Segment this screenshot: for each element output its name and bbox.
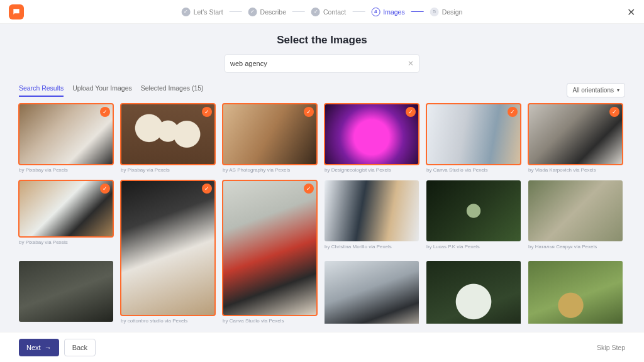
selected-badge-icon: ✓ [609, 107, 619, 117]
filter-label: All orientations [572, 87, 614, 94]
check-icon [311, 8, 320, 16]
chevron-down-icon: ▾ [617, 87, 619, 93]
image-card[interactable]: ✓ by Canva Studio via Pexels [426, 104, 521, 173]
step-lets-start[interactable]: Let's Start [182, 8, 223, 16]
image-grid: ✓ by Pixabay via Pexels ✓ by Pixabay via… [19, 104, 625, 324]
image-card[interactable]: ✓ by Canva Studio via Pexels [223, 180, 317, 324]
step-separator [411, 11, 424, 12]
image-card[interactable] [426, 261, 521, 324]
image-credit: by Canva Studio via Pexels [223, 318, 317, 324]
step-label: Let's Start [194, 8, 223, 16]
tabs-row: Search Results Upload Your Images Select… [0, 83, 644, 97]
step-images[interactable]: 4Images [371, 8, 404, 16]
skip-step-link[interactable]: Skip Step [597, 344, 625, 351]
selected-badge-icon: ✓ [304, 184, 314, 194]
image-card[interactable]: ✓ by Designecologist via Pexels [325, 104, 419, 173]
back-button[interactable]: Back [64, 339, 96, 356]
selected-badge-icon: ✓ [202, 107, 212, 117]
stepper: Let's Start Describe Contact 4Images 5De… [182, 8, 463, 16]
gallery: ✓ by Pixabay via Pexels ✓ by Pixabay via… [0, 97, 644, 324]
image-card[interactable] [325, 261, 419, 324]
tab-upload[interactable]: Upload Your Images [72, 84, 132, 97]
image-card[interactable]: by Christina Morillo via Pexels [325, 180, 419, 250]
step-contact[interactable]: Contact [311, 8, 346, 16]
chat-icon [12, 8, 21, 16]
step-number: 4 [371, 8, 380, 16]
button-label: Next [26, 344, 41, 351]
selected-badge-icon: ✓ [202, 184, 212, 194]
tab-selected[interactable]: Selected Images (15) [141, 84, 204, 97]
step-separator [230, 11, 242, 12]
tabs: Search Results Upload Your Images Select… [19, 84, 204, 97]
page-title: Select the Images [0, 34, 644, 47]
selected-badge-icon: ✓ [508, 107, 518, 117]
check-icon [248, 8, 257, 16]
image-card[interactable] [528, 261, 623, 324]
image-card[interactable]: ✓ by Pixabay via Pexels [19, 104, 113, 173]
step-label: Design [442, 8, 463, 16]
selected-badge-icon: ✓ [100, 184, 110, 194]
image-card[interactable]: ✓ by Pixabay via Pexels [121, 104, 215, 173]
step-describe[interactable]: Describe [248, 8, 286, 16]
arrow-right-icon: → [45, 344, 52, 351]
image-credit: by Canva Studio via Pexels [426, 167, 521, 173]
image-credit: by Pixabay via Pexels [19, 167, 113, 173]
image-card[interactable]: by Magda Ehlers via Pexels [19, 261, 113, 324]
image-credit: by Наталья Севрук via Pexels [528, 244, 623, 250]
image-credit: by Christina Morillo via Pexels [325, 244, 419, 250]
check-icon [182, 8, 191, 16]
image-card[interactable]: ✓ by Pixabay via Pexels [19, 180, 113, 245]
image-credit: by Designecologist via Pexels [325, 167, 419, 173]
image-card[interactable]: ✓ by Vlada Karpovich via Pexels [528, 104, 623, 173]
step-number: 5 [430, 8, 439, 16]
brand-logo[interactable] [9, 4, 24, 19]
step-design[interactable]: 5Design [430, 8, 463, 16]
image-credit: by Pixabay via Pexels [19, 239, 113, 245]
image-card[interactable]: by Наталья Севрук via Pexels [528, 180, 623, 250]
selected-badge-icon: ✓ [100, 107, 110, 117]
image-credit: by cottonbro studio via Pexels [121, 318, 215, 324]
step-label: Contact [323, 8, 346, 16]
search-box[interactable]: ✕ [225, 54, 419, 73]
step-separator [292, 11, 305, 12]
footer: Next→ Back Skip Step [0, 332, 644, 362]
close-icon[interactable]: ✕ [627, 6, 635, 18]
selected-badge-icon: ✓ [304, 107, 314, 117]
selected-badge-icon: ✓ [406, 107, 416, 117]
clear-icon[interactable]: ✕ [408, 59, 414, 68]
image-card[interactable]: ✓ by cottonbro studio via Pexels [121, 180, 215, 324]
image-card[interactable]: ✓ by AS Photography via Pexels [223, 104, 317, 173]
step-label: Images [383, 8, 404, 16]
step-label: Describe [260, 8, 286, 16]
search-wrap: ✕ [0, 54, 644, 73]
image-credit: by AS Photography via Pexels [223, 167, 317, 173]
search-input[interactable] [230, 60, 408, 67]
image-credit: by Pixabay via Pexels [121, 167, 215, 173]
tab-search-results[interactable]: Search Results [19, 84, 64, 97]
image-credit: by Vlada Karpovich via Pexels [528, 167, 623, 173]
image-credit: by Lucas P.K via Pexels [426, 244, 521, 250]
next-button[interactable]: Next→ [19, 339, 59, 356]
footer-actions: Next→ Back [19, 339, 96, 356]
topbar: Let's Start Describe Contact 4Images 5De… [0, 0, 644, 24]
orientation-filter[interactable]: All orientations ▾ [567, 83, 625, 97]
step-separator [352, 11, 365, 12]
image-card[interactable]: by Lucas P.K via Pexels [426, 180, 521, 250]
